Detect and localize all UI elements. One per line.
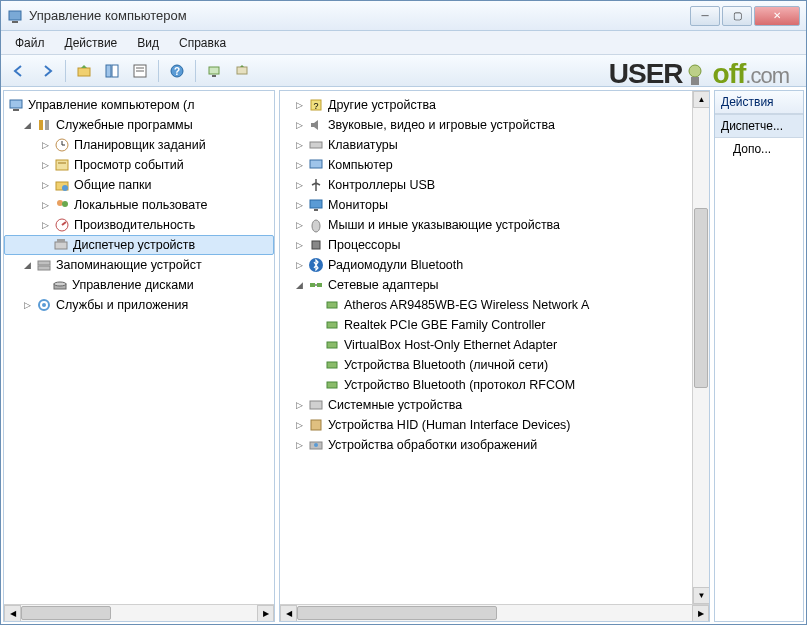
titlebar[interactable]: Управление компьютером ─ ▢ ✕ — [1, 1, 806, 31]
svg-rect-18 — [45, 120, 49, 130]
menu-action[interactable]: Действие — [57, 34, 126, 52]
tree-label: Запоминающие устройст — [56, 258, 202, 272]
collapse-icon[interactable]: ◢ — [20, 118, 34, 132]
minimize-button[interactable]: ─ — [690, 6, 720, 26]
expand-icon[interactable]: ▷ — [292, 438, 306, 452]
tree-task-scheduler[interactable]: ▷ Планировщик заданий — [4, 135, 274, 155]
scroll-down-button[interactable]: ▼ — [693, 587, 710, 604]
watermark-logo: USERoff.com — [609, 58, 789, 91]
action-more[interactable]: Допо... — [715, 138, 803, 160]
menu-help[interactable]: Справка — [171, 34, 234, 52]
tree-label: Диспетчер устройств — [73, 238, 195, 252]
nic-icon — [324, 317, 340, 333]
cat-network-adapters[interactable]: ◢ Сетевые адаптеры — [280, 275, 692, 295]
show-hide-tree-button[interactable] — [100, 59, 124, 83]
scroll-thumb[interactable] — [694, 208, 708, 388]
na-atheros[interactable]: Atheros AR9485WB-EG Wireless Network A — [280, 295, 692, 315]
tree-label: Устройства обработки изображений — [328, 438, 537, 452]
expand-icon[interactable]: ▷ — [292, 158, 306, 172]
collapse-icon[interactable]: ◢ — [20, 258, 34, 272]
tree-local-users[interactable]: ▷ Локальные пользовате — [4, 195, 274, 215]
tree-device-manager[interactable]: Диспетчер устройств — [4, 235, 274, 255]
collapse-icon[interactable]: ◢ — [292, 278, 306, 292]
cat-computer[interactable]: ▷ Компьютер — [280, 155, 692, 175]
close-button[interactable]: ✕ — [754, 6, 800, 26]
scroll-left-button[interactable]: ◀ — [280, 605, 297, 622]
expand-icon[interactable]: ▷ — [292, 98, 306, 112]
expand-icon[interactable]: ▷ — [38, 178, 52, 192]
cat-bluetooth-radios[interactable]: ▷ Радиомодули Bluetooth — [280, 255, 692, 275]
refresh-icon[interactable] — [230, 59, 254, 83]
na-virtualbox[interactable]: VirtualBox Host-Only Ethernet Adapter — [280, 335, 692, 355]
expand-icon[interactable]: ▷ — [38, 218, 52, 232]
left-hscrollbar[interactable]: ◀ ▶ — [4, 604, 274, 621]
tree-label: VirtualBox Host-Only Ethernet Adapter — [344, 338, 557, 352]
scan-hardware-button[interactable] — [202, 59, 226, 83]
scroll-right-button[interactable]: ▶ — [257, 605, 274, 622]
expand-icon[interactable]: ▷ — [20, 298, 34, 312]
expand-icon[interactable]: ▷ — [38, 158, 52, 172]
svg-text:?: ? — [174, 66, 180, 77]
scroll-up-button[interactable]: ▲ — [693, 91, 710, 108]
up-folder-button[interactable] — [72, 59, 96, 83]
cpu-icon — [308, 237, 324, 253]
tree-system-tools[interactable]: ◢ Служебные программы — [4, 115, 274, 135]
device-tree[interactable]: ▷ ? Другие устройства ▷ Звуковые, видео … — [280, 91, 692, 604]
tree-disk-mgmt[interactable]: Управление дисками — [4, 275, 274, 295]
svg-rect-45 — [312, 241, 320, 249]
expand-icon[interactable]: ▷ — [292, 138, 306, 152]
menu-view[interactable]: Вид — [129, 34, 167, 52]
tree-label: Мониторы — [328, 198, 388, 212]
nav-back-button[interactable] — [7, 59, 31, 83]
scroll-left-button[interactable]: ◀ — [4, 605, 21, 622]
expand-icon[interactable]: ▷ — [38, 198, 52, 212]
disk-icon — [52, 277, 68, 293]
cat-mice[interactable]: ▷ Мыши и иные указывающие устройства — [280, 215, 692, 235]
svg-rect-41 — [310, 160, 322, 168]
device-mgr-icon — [53, 237, 69, 253]
help-button[interactable]: ? — [165, 59, 189, 83]
cat-imaging[interactable]: ▷ Устройства обработки изображений — [280, 435, 692, 455]
cat-hid[interactable]: ▷ Устройства HID (Human Interface Device… — [280, 415, 692, 435]
na-bt-rfcom[interactable]: Устройство Bluetooth (протокол RFCOM — [280, 375, 692, 395]
scroll-thumb[interactable] — [21, 606, 111, 620]
expand-icon[interactable]: ▷ — [292, 398, 306, 412]
cat-keyboards[interactable]: ▷ Клавиатуры — [280, 135, 692, 155]
tree-storage[interactable]: ◢ Запоминающие устройст — [4, 255, 274, 275]
expand-icon[interactable]: ▷ — [292, 238, 306, 252]
console-tree[interactable]: Управление компьютером (л ◢ Служебные пр… — [4, 91, 274, 604]
cat-usb[interactable]: ▷ Контроллеры USB — [280, 175, 692, 195]
mid-hscrollbar[interactable]: ◀ ▶ — [280, 604, 709, 621]
expand-icon[interactable]: ▷ — [38, 138, 52, 152]
tree-event-viewer[interactable]: ▷ Просмотр событий — [4, 155, 274, 175]
speaker-icon — [308, 117, 324, 133]
tree-services-apps[interactable]: ▷ Службы и приложения — [4, 295, 274, 315]
cat-other-devices[interactable]: ▷ ? Другие устройства — [280, 95, 692, 115]
na-realtek[interactable]: Realtek PCIe GBE Family Controller — [280, 315, 692, 335]
action-dispatcher[interactable]: Диспетче... — [715, 114, 803, 138]
cat-processors[interactable]: ▷ Процессоры — [280, 235, 692, 255]
properties-button[interactable] — [128, 59, 152, 83]
maximize-button[interactable]: ▢ — [722, 6, 752, 26]
nic-icon — [324, 357, 340, 373]
expand-icon[interactable]: ▷ — [292, 418, 306, 432]
cat-sound[interactable]: ▷ Звуковые, видео и игровые устройства — [280, 115, 692, 135]
menu-file[interactable]: Файл — [7, 34, 53, 52]
tree-performance[interactable]: ▷ Производительность — [4, 215, 274, 235]
cat-system-devices[interactable]: ▷ Системные устройства — [280, 395, 692, 415]
svg-text:?: ? — [313, 101, 318, 111]
console-tree-pane: Управление компьютером (л ◢ Служебные пр… — [3, 90, 275, 622]
cat-monitors[interactable]: ▷ Мониторы — [280, 195, 692, 215]
mid-vscrollbar[interactable]: ▲ ▼ — [692, 91, 709, 604]
na-bt-pan[interactable]: Устройства Bluetooth (личной сети) — [280, 355, 692, 375]
nav-forward-button[interactable] — [35, 59, 59, 83]
expand-icon[interactable]: ▷ — [292, 178, 306, 192]
tree-shared-folders[interactable]: ▷ Общие папки — [4, 175, 274, 195]
expand-icon[interactable]: ▷ — [292, 258, 306, 272]
scroll-thumb[interactable] — [297, 606, 497, 620]
expand-icon[interactable]: ▷ — [292, 198, 306, 212]
scroll-right-button[interactable]: ▶ — [692, 605, 709, 622]
expand-icon[interactable]: ▷ — [292, 118, 306, 132]
expand-icon[interactable]: ▷ — [292, 218, 306, 232]
tree-root[interactable]: Управление компьютером (л — [4, 95, 274, 115]
